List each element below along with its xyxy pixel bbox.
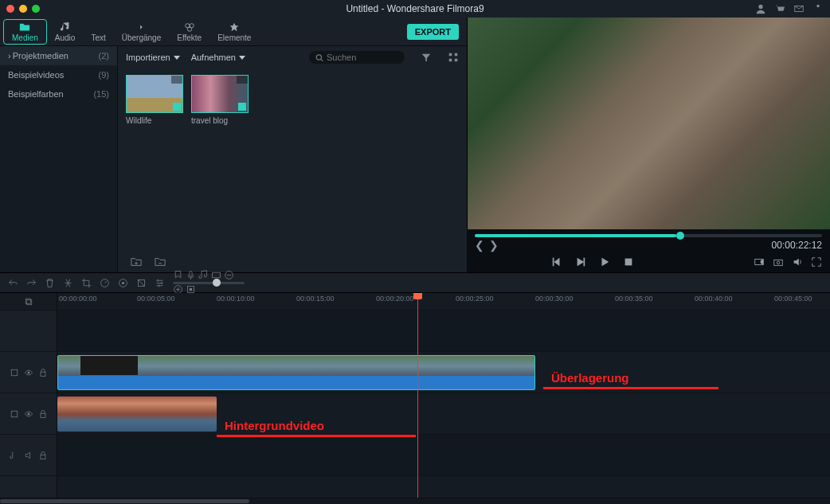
- lock-icon[interactable]: [38, 409, 48, 419]
- search-input[interactable]: [327, 53, 398, 62]
- import-dropdown[interactable]: Importieren: [126, 53, 180, 62]
- filter-icon[interactable]: [421, 52, 432, 63]
- delete-folder-icon[interactable]: [155, 256, 166, 268]
- media-name: travel blog: [191, 116, 249, 125]
- transition-icon: [135, 21, 147, 33]
- export-button[interactable]: EXPORT: [407, 24, 459, 40]
- track-head-video-main: [0, 393, 57, 435]
- timecode: 00:00:22:12: [772, 240, 822, 251]
- clip-wildlife[interactable]: [57, 355, 535, 390]
- undo-icon[interactable]: [8, 278, 18, 288]
- text-icon: [93, 21, 104, 33]
- svg-rect-24: [190, 287, 192, 290]
- track-manager-button[interactable]: [0, 293, 57, 311]
- timeline-ruler[interactable]: 00:00:00:00 00:00:05:00 00:00:10:00 00:0…: [57, 293, 830, 311]
- crop-icon[interactable]: [81, 278, 92, 288]
- speed-icon[interactable]: [100, 278, 110, 288]
- adjust-icon[interactable]: [155, 278, 165, 288]
- snapshot-icon[interactable]: [773, 256, 784, 268]
- split-icon[interactable]: [63, 278, 73, 288]
- titlebar: Untitled - Wondershare Filmora9: [0, 0, 830, 18]
- marker-icon[interactable]: [173, 270, 183, 280]
- svg-rect-11: [625, 259, 632, 266]
- minimize-window-button[interactable]: [19, 5, 27, 13]
- media-item-travel-blog[interactable]: travel blog: [191, 75, 249, 125]
- search-box[interactable]: [309, 51, 405, 64]
- media-item-wildlife[interactable]: Wildlife: [126, 75, 183, 125]
- scrollbar-thumb[interactable]: [0, 499, 249, 503]
- ruler-tick: 00:00:15:00: [296, 295, 335, 303]
- tab-transitions[interactable]: Übergänge: [114, 20, 169, 44]
- playhead-handle[interactable]: [413, 293, 422, 299]
- redo-icon[interactable]: [26, 278, 37, 288]
- chevron-down-icon: [174, 56, 180, 60]
- visibility-icon[interactable]: [24, 368, 33, 377]
- ruler-tick: 00:00:45:00: [774, 295, 812, 303]
- color-icon[interactable]: [118, 278, 128, 288]
- grid-view-icon[interactable]: [448, 52, 459, 63]
- playhead[interactable]: [417, 293, 418, 498]
- tab-audio[interactable]: Audio: [47, 20, 84, 44]
- sidebar-item-sample-videos[interactable]: Beispielvideos (9): [0, 65, 117, 84]
- cart-icon[interactable]: [774, 3, 785, 14]
- zoom-out-icon[interactable]: [224, 270, 234, 280]
- svg-point-6: [316, 54, 321, 59]
- import-label: Importieren: [126, 53, 170, 62]
- volume-icon[interactable]: [792, 256, 803, 268]
- tab-elements[interactable]: Elemente: [209, 20, 259, 44]
- track-audio[interactable]: [57, 435, 830, 476]
- voiceover-icon[interactable]: [186, 270, 196, 280]
- close-window-button[interactable]: [6, 5, 14, 13]
- record-dropdown[interactable]: Aufnehmen: [191, 53, 245, 62]
- zoom-handle[interactable]: [213, 279, 221, 287]
- clip-travel-blog[interactable]: [57, 397, 217, 432]
- prev-frame-button[interactable]: ❮: [475, 239, 484, 252]
- svg-point-31: [27, 412, 29, 415]
- tab-effects[interactable]: Effekte: [169, 20, 209, 44]
- maximize-window-button[interactable]: [32, 5, 40, 13]
- play-button[interactable]: [599, 256, 610, 268]
- preview-scrubber[interactable]: [475, 234, 822, 237]
- svg-rect-20: [213, 272, 221, 278]
- ruler-tick: 00:00:40:00: [695, 295, 733, 303]
- tab-text[interactable]: Text: [83, 20, 113, 44]
- tab-label: Übergänge: [122, 33, 161, 42]
- chevron-down-icon: [239, 56, 245, 60]
- preview-viewport[interactable]: [467, 18, 830, 229]
- tab-label: Text: [91, 33, 105, 42]
- mute-icon[interactable]: [24, 451, 33, 460]
- sidebar-item-project-media[interactable]: ›Projektmedien (2): [0, 46, 117, 65]
- preview-controls: [467, 252, 830, 272]
- mixer-icon[interactable]: [198, 270, 209, 280]
- play-back-button[interactable]: [575, 256, 586, 268]
- used-check-icon: [173, 103, 181, 111]
- track-video-main[interactable]: [57, 393, 830, 435]
- media-thumbnail: [126, 75, 183, 113]
- delete-icon[interactable]: [45, 278, 55, 288]
- timeline-scrollbar[interactable]: [0, 498, 830, 504]
- sidebar-label: Beispielfarben: [8, 89, 64, 99]
- step-back-button[interactable]: [551, 256, 562, 268]
- annotation-overlay: Überlagerung: [551, 371, 629, 385]
- tab-media[interactable]: Medien: [3, 19, 47, 45]
- lock-icon[interactable]: [38, 368, 48, 377]
- timeline-tracks[interactable]: 00:00:00:00 00:00:05:00 00:00:10:00 00:0…: [57, 293, 830, 498]
- sidebar-count: (9): [99, 70, 109, 80]
- account-icon[interactable]: [755, 3, 766, 14]
- media-panel: Medien Audio Text Übergänge Effekte Elem…: [0, 18, 467, 272]
- visibility-icon[interactable]: [24, 409, 33, 419]
- stop-button[interactable]: [623, 256, 634, 268]
- fullscreen-icon[interactable]: [811, 256, 822, 268]
- lock-icon[interactable]: [38, 451, 48, 460]
- feedback-icon[interactable]: [812, 3, 824, 14]
- ruler-tick: 00:00:00:00: [59, 295, 97, 303]
- scrub-handle[interactable]: [676, 232, 684, 240]
- quality-icon[interactable]: [754, 256, 765, 268]
- svg-point-2: [816, 5, 820, 8]
- greenscreen-icon[interactable]: [136, 278, 147, 288]
- zoom-slider[interactable]: [173, 282, 245, 284]
- mail-icon[interactable]: [793, 3, 805, 14]
- next-frame-button[interactable]: ❯: [489, 239, 499, 252]
- new-folder-icon[interactable]: [131, 256, 142, 268]
- sidebar-item-sample-colors[interactable]: Beispielfarben (15): [0, 84, 117, 104]
